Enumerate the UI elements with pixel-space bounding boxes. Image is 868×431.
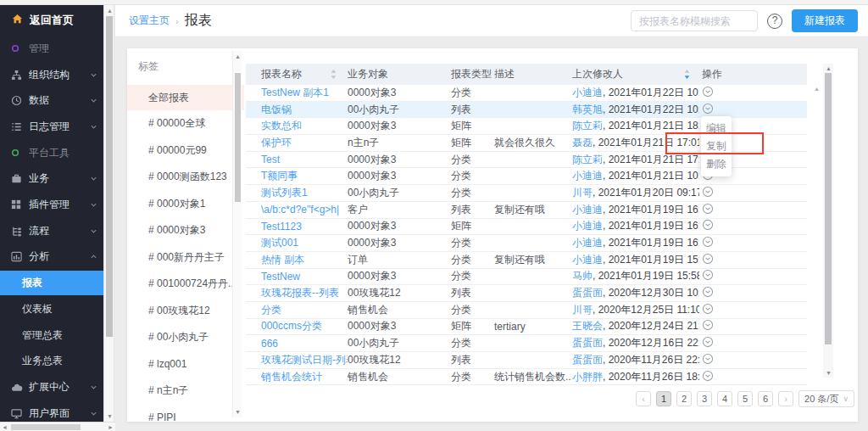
- tag-item[interactable]: # 00000元99: [127, 137, 244, 165]
- report-name-link[interactable]: 电饭锅: [261, 103, 292, 117]
- row-actions-icon[interactable]: [702, 236, 714, 248]
- modifier-link[interactable]: 王晓会: [572, 319, 603, 333]
- row-actions-icon[interactable]: [702, 269, 714, 281]
- sort-icon[interactable]: [330, 69, 337, 80]
- modifier-link[interactable]: 陈立莉: [572, 153, 603, 167]
- report-name-link[interactable]: 玫瑰花测试日期-列表: [261, 353, 348, 367]
- sort-icon[interactable]: [683, 69, 691, 80]
- report-name-link[interactable]: Test1123: [261, 221, 302, 232]
- report-name-link[interactable]: 666: [261, 338, 278, 350]
- scroll-up-icon[interactable]: ▲: [826, 65, 832, 71]
- modifier-link[interactable]: 川哥: [572, 186, 593, 200]
- table-scroll-thumb[interactable]: [825, 73, 832, 344]
- modifier-link[interactable]: 蛋蛋面: [572, 353, 603, 367]
- row-actions-icon[interactable]: [702, 219, 714, 231]
- sidebar-item-流程[interactable]: 流程: [0, 218, 103, 244]
- sidebar-item-日志管理[interactable]: 日志管理: [0, 114, 103, 140]
- scroll-right-icon[interactable]: ►: [108, 424, 114, 430]
- sidebar-scroll-thumb[interactable]: [106, 16, 113, 337]
- sidebar-hscroll-thumb[interactable]: [11, 424, 81, 430]
- pagination-page-5[interactable]: 5: [737, 391, 753, 406]
- scroll-up-icon[interactable]: ▲: [235, 53, 241, 59]
- modifier-link[interactable]: 小迪迪: [572, 236, 603, 250]
- sidebar-item-业务[interactable]: 业务: [0, 165, 103, 192]
- report-name-link[interactable]: T额同事: [261, 169, 298, 183]
- scroll-down-icon[interactable]: ▼: [826, 370, 832, 376]
- tag-item[interactable]: # 0000测函数123: [127, 164, 244, 191]
- report-name-link[interactable]: TestNew 副本1: [261, 86, 329, 100]
- page-size-select[interactable]: 20 条/页∨: [798, 390, 854, 407]
- row-actions-icon[interactable]: [702, 336, 714, 348]
- pagination-page-6[interactable]: 6: [758, 391, 773, 406]
- report-name-link[interactable]: 玫瑰花报表--列表: [261, 286, 339, 300]
- tag-item[interactable]: # 00小肉丸子: [127, 324, 244, 351]
- row-actions-icon[interactable]: [702, 186, 714, 198]
- search-input[interactable]: [631, 10, 758, 31]
- tag-item[interactable]: # 00000全球: [127, 110, 244, 137]
- context-menu-item-复制[interactable]: 复制: [701, 137, 732, 155]
- pagination-page-3[interactable]: 3: [697, 391, 712, 406]
- modifier-link[interactable]: 川哥: [572, 303, 593, 317]
- sidebar-vertical-scrollbar[interactable]: ▲ ▼: [103, 5, 114, 422]
- modifier-link[interactable]: 小迪迪: [572, 169, 603, 183]
- scroll-down-icon[interactable]: ▼: [235, 409, 241, 415]
- sidebar-item-用户界面[interactable]: 用户界面: [0, 400, 103, 422]
- pagination-next-button[interactable]: ›: [778, 391, 793, 406]
- tags-scroll-thumb[interactable]: [235, 73, 241, 202]
- inner-scroll-up-icon[interactable]: ▲: [814, 86, 820, 92]
- tag-item[interactable]: # 000新丹丹主子: [127, 244, 244, 271]
- sidebar-horizontal-scrollbar[interactable]: ◄ ►: [0, 422, 115, 431]
- row-actions-icon[interactable]: [702, 203, 714, 215]
- row-actions-icon[interactable]: [702, 319, 714, 331]
- tag-item[interactable]: # 0000对象3: [127, 217, 244, 244]
- sidebar-item-扩展中心[interactable]: 扩展中心: [0, 374, 103, 400]
- modifier-link[interactable]: 马帅: [572, 269, 593, 283]
- table-vertical-scrollbar[interactable]: ▲ ▼: [823, 64, 833, 378]
- sidebar-home[interactable]: 返回首页: [0, 5, 103, 36]
- modifier-link[interactable]: 聂磊: [572, 136, 593, 150]
- tag-item-all-reports[interactable]: 全部报表: [127, 85, 244, 110]
- report-name-link[interactable]: 测试001: [261, 236, 298, 250]
- pagination-prev-button[interactable]: ‹: [636, 391, 651, 406]
- pagination-page-2[interactable]: 2: [676, 391, 692, 406]
- sidebar-subitem-报表[interactable]: 报表: [0, 271, 103, 295]
- tag-item[interactable]: # lzq001: [127, 351, 244, 378]
- sidebar-item-组织结构[interactable]: 组织结构: [0, 62, 103, 88]
- sidebar-item-数据[interactable]: 数据: [0, 87, 103, 114]
- sidebar-item-分析[interactable]: 分析: [0, 244, 103, 271]
- row-actions-icon[interactable]: [702, 353, 714, 365]
- modifier-link[interactable]: 小胖胖: [572, 370, 603, 384]
- modifier-link[interactable]: 小迪迪: [572, 203, 603, 217]
- report-name-link[interactable]: \a/b:c*d?e"f<g>h| 【...: [261, 203, 348, 217]
- modifier-link[interactable]: 蛋蛋面: [572, 336, 603, 350]
- report-name-link[interactable]: 分类: [261, 303, 281, 317]
- new-report-button[interactable]: 新建报表: [792, 9, 858, 32]
- report-name-link[interactable]: TestNew: [261, 271, 300, 283]
- scroll-left-icon[interactable]: ◄: [2, 424, 8, 430]
- report-name-link[interactable]: Test: [261, 154, 280, 165]
- row-actions-icon[interactable]: [702, 253, 714, 265]
- row-actions-icon[interactable]: [702, 303, 714, 315]
- report-name-link[interactable]: 000ccms分类: [261, 319, 322, 333]
- row-actions-icon[interactable]: [702, 103, 714, 115]
- tag-item[interactable]: # n主n子: [127, 378, 244, 405]
- tag-item[interactable]: # 0000对象1: [127, 191, 244, 218]
- modifier-link[interactable]: 小迪迪: [572, 86, 603, 100]
- breadcrumb-link-settings-home[interactable]: 设置主页: [129, 14, 170, 28]
- tag-item[interactable]: # 001000724丹丹...: [127, 271, 244, 298]
- modifier-link[interactable]: 小迪迪: [572, 219, 603, 233]
- tag-item[interactable]: # 00玫瑰花12: [127, 298, 244, 325]
- report-name-link[interactable]: 热情 副本: [261, 253, 304, 267]
- tag-item[interactable]: # PIPI: [127, 405, 244, 431]
- sidebar-subitem-管理总表[interactable]: 管理总表: [0, 322, 103, 349]
- report-name-link[interactable]: 保护环: [261, 136, 292, 150]
- sidebar-item-插件管理[interactable]: 插件管理: [0, 192, 103, 218]
- row-actions-icon[interactable]: [702, 86, 714, 98]
- modifier-link[interactable]: 陈立莉: [572, 119, 603, 133]
- report-name-link[interactable]: 测试列表1: [261, 186, 308, 200]
- pagination-page-4[interactable]: 4: [717, 391, 732, 406]
- modifier-link[interactable]: 韩英旭: [572, 103, 603, 117]
- help-icon[interactable]: ?: [767, 14, 782, 29]
- context-menu-item-编辑[interactable]: 编辑: [701, 120, 732, 137]
- report-name-link[interactable]: 销售机会统计: [261, 370, 322, 384]
